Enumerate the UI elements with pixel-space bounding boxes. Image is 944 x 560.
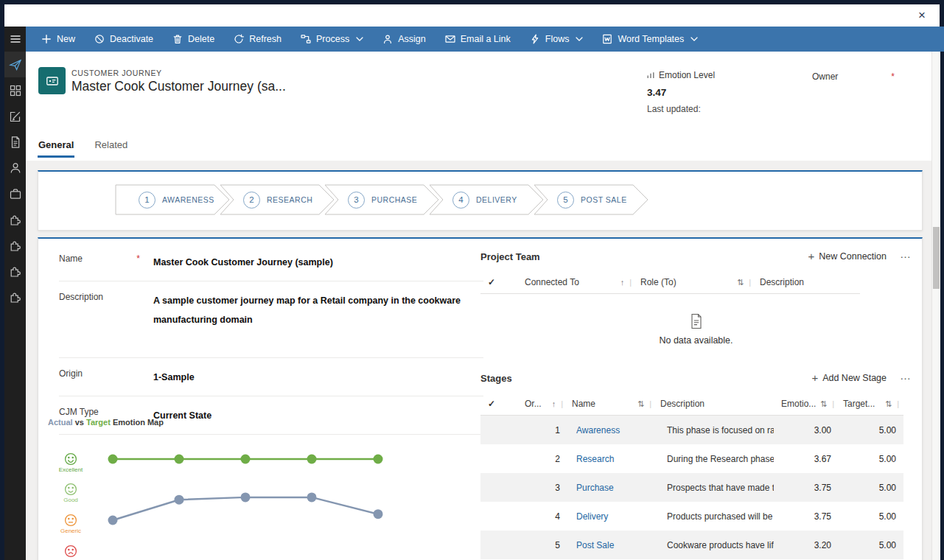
column-name[interactable]: Name [567, 399, 656, 409]
refresh-icon [234, 34, 244, 44]
assign-icon [382, 34, 393, 44]
word-templates-icon [602, 34, 612, 44]
column-separator [629, 277, 632, 287]
command-bar: New Deactivate Delete Refresh Process As… [26, 27, 944, 52]
new-connection-button[interactable]: New Connection [808, 251, 887, 262]
products-icon[interactable] [4, 181, 26, 206]
select-all-checkmark-icon[interactable] [480, 399, 520, 409]
puzzle-icon[interactable] [4, 206, 26, 232]
column-separator [832, 399, 834, 409]
project-team-header: Project Team New Connection … [480, 246, 912, 267]
assign-button[interactable]: Assign [373, 27, 436, 52]
process-stage-delivery[interactable]: 4 DELIVERY [429, 184, 544, 215]
field-origin: Origin 1-Sample [59, 358, 483, 396]
process-stage-post-sale[interactable]: 5 POST SALE [534, 184, 648, 215]
stage-target-value: 5.00 [836, 483, 903, 493]
owner-field[interactable]: Owner * [812, 71, 895, 82]
description-field-value[interactable]: A sample customer journey map for a Reta… [153, 291, 463, 329]
puzzle-icon[interactable] [4, 258, 26, 284]
stage-label: DELIVERY [476, 195, 517, 204]
column-description[interactable]: Description [755, 277, 860, 287]
tab-general[interactable]: General [38, 136, 74, 158]
column-order[interactable]: Or... [520, 399, 567, 409]
document-icon[interactable] [4, 129, 26, 155]
process-stage-awareness[interactable]: 1 AWARENESS [115, 184, 230, 215]
vertical-scrollbar [931, 52, 940, 560]
emotion-level-label: Emotion Level [659, 70, 715, 80]
column-connected-to[interactable]: Connected To [520, 277, 636, 287]
origin-field-value[interactable]: 1-Sample [153, 368, 195, 387]
sort-icon [885, 399, 892, 409]
empty-document-icon [690, 313, 703, 329]
puzzle-icon[interactable] [4, 284, 26, 309]
plus-icon [808, 251, 815, 262]
deactivate-button[interactable]: Deactivate [85, 27, 163, 52]
tab-related[interactable]: Related [94, 136, 128, 158]
stages-more-commands-button[interactable]: … [900, 369, 912, 382]
column-separator [561, 399, 563, 409]
sort-icon [820, 399, 827, 409]
column-emotion[interactable]: Emotio... [777, 399, 839, 409]
right-column: Project Team New Connection … Connected … [480, 246, 912, 559]
stage-row[interactable]: 2 Research During the Research phase the… [480, 444, 903, 473]
column-role-to[interactable]: Role (To) [636, 277, 755, 287]
name-field-label: Name [59, 253, 83, 264]
contacts-icon[interactable] [4, 155, 26, 181]
process-stage-research[interactable]: 2 RESEARCH [220, 184, 335, 215]
column-target[interactable]: Target... [839, 399, 903, 409]
scrollbar-thumb[interactable] [933, 227, 940, 289]
puzzle-icon[interactable] [4, 232, 26, 258]
deactivate-icon [94, 34, 105, 44]
email-a-link-button[interactable]: Email a Link [436, 27, 520, 52]
owner-required-marker: * [891, 71, 895, 82]
stage-name-link[interactable]: Delivery [570, 511, 660, 522]
stage-name-link[interactable]: Post Sale [570, 540, 660, 550]
form-fields: Name * Master Cook Customer Journey (sam… [59, 243, 483, 435]
stage-row[interactable]: 5 Post Sale Cookware products have lifet… [480, 531, 903, 559]
new-button[interactable]: New [32, 27, 85, 52]
entity-type-label: CUSTOMER JOURNEY [71, 69, 162, 77]
apps-grid-icon[interactable] [4, 77, 26, 103]
menu-icon[interactable] [4, 27, 26, 52]
stage-label: RESEARCH [267, 195, 312, 204]
stage-description: Products purchased will be delivered ho.… [660, 511, 774, 522]
stage-emotion-value: 3.75 [774, 511, 836, 522]
window-close-button[interactable]: × [912, 7, 932, 24]
field-description: Description A sample customer journey ma… [59, 281, 483, 358]
origin-field-label: Origin [59, 368, 83, 379]
stage-row[interactable]: 3 Purchase Prospects that have made thei… [480, 473, 903, 502]
edit-icon[interactable] [4, 103, 26, 129]
form-tabs: General Related [38, 136, 128, 158]
stage-row[interactable]: 1 Awareness This phase is focused on rai… [480, 416, 903, 444]
chevron-down-icon [576, 37, 583, 41]
last-updated-label: Last updated: [647, 104, 802, 114]
select-all-checkmark-icon[interactable] [480, 277, 520, 287]
delete-button[interactable]: Delete [163, 27, 224, 52]
stage-number-badge: 4 [452, 192, 469, 209]
project-team-more-commands-button[interactable]: … [900, 248, 912, 260]
name-field-value[interactable]: Master Cook Customer Journey (sample) [153, 253, 333, 272]
column-separator [897, 399, 899, 409]
cjm-type-field-label: CJM Type [59, 407, 99, 417]
empty-state-text: No data available. [659, 335, 733, 346]
window-titlebar: × [4, 4, 940, 27]
emotion-level-icon [647, 71, 654, 79]
journeys-icon[interactable] [4, 52, 26, 77]
chevron-down-icon [356, 37, 363, 41]
stage-name-link[interactable]: Research [570, 454, 660, 464]
column-description[interactable]: Description [656, 399, 777, 409]
stage-row[interactable]: 4 Delivery Products purchased will be de… [480, 502, 903, 531]
chevron-down-icon [690, 37, 698, 41]
stage-target-value: 5.00 [836, 511, 903, 522]
stage-order: 4 [517, 511, 570, 522]
stages-header: Stages Add New Stage … [480, 368, 912, 388]
refresh-button[interactable]: Refresh [224, 27, 291, 52]
add-new-stage-button[interactable]: Add New Stage [811, 372, 887, 384]
plus-icon [41, 34, 52, 44]
stage-name-link[interactable]: Awareness [570, 425, 660, 435]
process-button[interactable]: Process [291, 27, 373, 52]
stage-name-link[interactable]: Purchase [570, 483, 660, 493]
flows-button[interactable]: Flows [520, 27, 593, 52]
word-templates-button[interactable]: Word Templates [592, 27, 707, 52]
process-stage-purchase[interactable]: 3 PURCHASE [324, 184, 439, 215]
